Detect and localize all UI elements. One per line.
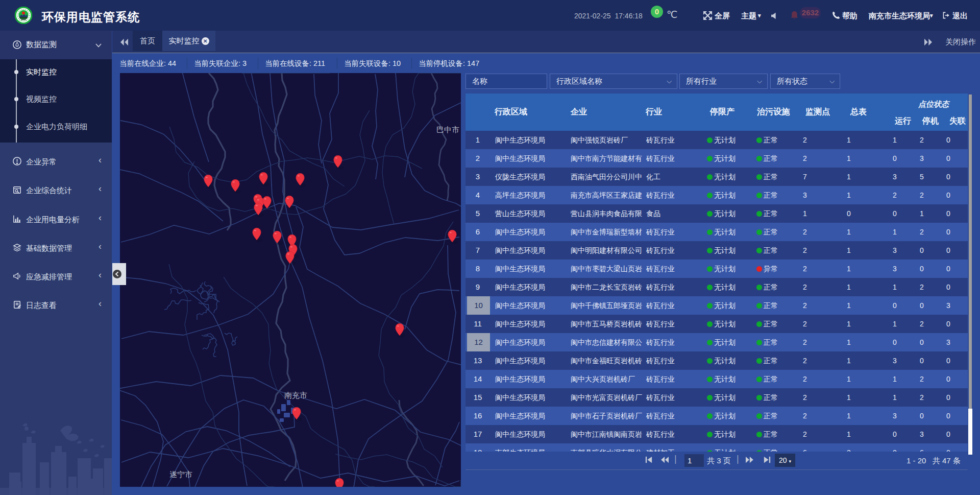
svg-text:巴中市: 巴中市 bbox=[436, 125, 459, 134]
svg-text:遂宁市: 遂宁市 bbox=[169, 470, 192, 479]
svg-text:南充市: 南充市 bbox=[284, 391, 307, 399]
